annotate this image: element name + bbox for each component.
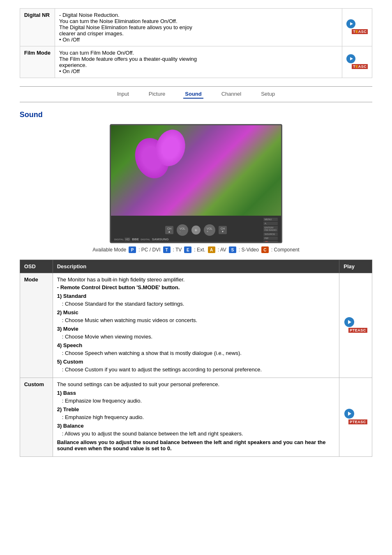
film-mode-description: You can turn Film Mode On/Off. The Film … [55,46,342,78]
mode-intro: The Monitor has a built-in high fidelity… [57,276,335,283]
mode-item-3-desc: : Choose Movie when viewing movies. [57,334,335,340]
mode-badge-t: T [163,246,171,253]
teasc-label: TEASC [352,29,368,34]
mode-tv: : TV [173,247,182,253]
play-circle-icon [344,317,354,327]
mode-item-5-desc: : Choose Custom if you want to adjust th… [57,366,335,373]
mode-svideo: : S-Video [239,247,259,253]
header-description: Description [53,260,339,273]
page-title: Sound [20,111,373,119]
digital-nr-description: - Digital Noise Reduction. You can turn … [55,9,342,46]
mode-item-1-label: 1) Standard [57,293,335,299]
mode-item-1-desc: : Choose Standard for the standard facto… [57,301,335,307]
film-mode-icon-cell: TEASC [342,46,372,78]
tv-auto-button: A. [263,222,278,225]
custom-play-cell: PTEASC [339,378,372,457]
pteasc-label: PTEASC [348,419,367,424]
nav-channel[interactable]: Channel [220,90,243,99]
pteasc-icon-mode: PTEASC [344,317,367,333]
tv-pip-button: PIP [263,237,278,240]
mode-badge-s: S [229,246,236,253]
play-button-icon [346,54,355,63]
mode-play-cell: PTEASC [339,273,372,378]
mode-pc-dvi: : PC / DVI [138,247,160,253]
tv-menu-button: MENU [263,218,278,221]
header-osd: OSD [20,260,53,273]
mode-item-5-label: 5) Custom [57,359,335,365]
tv-logo-bbb: BBE [132,237,139,241]
custom-item-1-desc: : Emphasize low frequency audio. [57,398,335,404]
table-row: Film Mode You can turn Film Mode On/Off.… [20,46,372,78]
custom-description: The sound settings can be adjusted to su… [53,378,339,457]
available-mode-label: Available Mode [92,247,126,253]
available-mode-bar: Available Mode P : PC / DVI T : TV E : E… [92,246,299,253]
mode-ext: : Ext. [194,247,205,253]
nav-setup[interactable]: Setup [259,90,277,99]
table-row: Digital NR - Digital Noise Reduction. Yo… [20,9,372,46]
play-button-icon [346,19,355,28]
tv-center-button: ⏻ [191,226,201,235]
mode-badge-e: E [184,246,191,253]
teasc-icon-1: TEASC [346,19,368,34]
sound-section: Sound CH▲ VOL- ⏻ VOL+ CH▼ MENU A. ENTER/… [20,111,373,457]
tv-logo-samsung: SAMSUNG [152,237,169,241]
mode-item-4-label: 4) Speech [57,342,335,348]
mode-badge-p: P [129,246,136,253]
tv-vol-right: VOL+ [204,224,215,236]
top-info-table: Digital NR - Digital Noise Reduction. Yo… [20,8,373,78]
tv-mute-button: 🔇 [263,241,278,243]
teasc-label: TEASC [352,64,368,69]
tv-logo-digital2: DIGITAL [141,238,150,241]
mode-item-4-desc: : Choose Speech when watching a show tha… [57,350,335,356]
teasc-icon-2: TEASC [346,54,368,69]
custom-item-3-desc: : Allows you to adjust the sound balance… [57,431,335,437]
tv-logos: DIGITAL HD BBE DIGITAL SAMSUNG [114,237,169,241]
osd-custom-label: Custom [20,378,53,457]
mode-description: The Monitor has a built-in high fidelity… [53,273,339,378]
mode-remote-note: - Remote Control Direct button 'S.MODE' … [57,284,335,290]
tv-side-buttons: MENU A. ENTER/FM RADIO SOURCE PIP 🔇 [263,218,278,243]
tv-bottom-bar: CH▲ VOL- ⏻ VOL+ CH▼ MENU A. ENTER/FM RAD… [111,216,281,243]
custom-balance-note: Ballance allows you to adjust the sound … [57,439,335,451]
tv-logo-digital: DIGITAL HD [114,238,130,241]
mode-item-2-label: 2) Music [57,309,335,315]
nav-picture[interactable]: Picture [147,90,167,99]
mode-badge-c: C [261,246,269,253]
navigation-bar: Input Picture Sound Channel Setup [20,86,373,102]
tv-source-button: SOURCE [263,233,278,236]
custom-intro: The sound settings can be adjusted to su… [57,381,335,387]
film-mode-label: Film Mode [20,46,55,78]
play-circle-icon [344,409,354,419]
mode-badge-a: A [208,246,215,253]
pteasc-icon-custom: PTEASC [344,409,367,424]
table-row: Mode The Monitor has a built-in high fid… [20,273,372,378]
osd-mode-label: Mode [20,273,53,378]
tv-screen [111,125,281,216]
pteasc-label: PTEASC [348,328,367,333]
custom-item-1-label: 1) Bass [57,390,335,396]
osd-table: OSD Description Play Mode The Monitor ha… [20,260,373,457]
mode-item-3-label: 3) Movie [57,326,335,332]
custom-item-2-desc: : Emphasize high frequency audio. [57,414,335,420]
tv-ch-up-button: CH▲ [165,226,173,234]
table-row: Custom The sound settings can be adjuste… [20,378,372,457]
custom-item-3-label: 3) Balance [57,423,335,429]
table-header-row: OSD Description Play [20,260,372,273]
digital-nr-label: Digital NR [20,9,55,46]
tv-frame: CH▲ VOL- ⏻ VOL+ CH▼ MENU A. ENTER/FM RAD… [110,124,282,243]
mode-item-2-desc: : Choose Music when watching music video… [57,317,335,323]
nav-input[interactable]: Input [115,90,131,99]
tv-enter-button: ENTER/FM RADIO [263,226,278,232]
nav-sound[interactable]: Sound [183,90,203,99]
tv-vol-left: VOL- [177,224,188,236]
mode-component: : Component [271,247,300,253]
digital-nr-icon-cell: TEASC [342,9,372,46]
tv-image-area: CH▲ VOL- ⏻ VOL+ CH▼ MENU A. ENTER/FM RAD… [20,124,373,253]
tv-ch-down-button: CH▼ [219,226,227,234]
custom-item-2-label: 2) Treble [57,406,335,412]
mode-av: : AV [218,247,226,253]
header-play: Play [339,260,372,273]
tv-controls: CH▲ VOL- ⏻ VOL+ CH▼ [165,224,227,236]
